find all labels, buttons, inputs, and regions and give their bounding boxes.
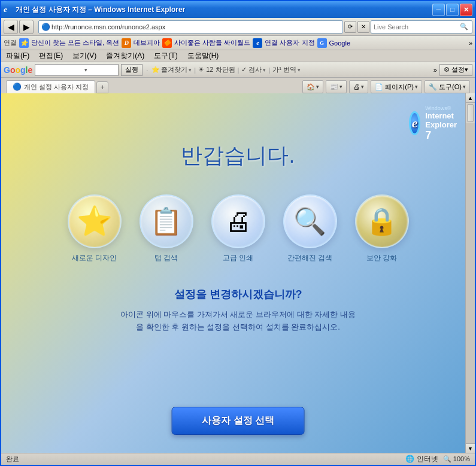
gtb-more[interactable]: » bbox=[433, 66, 437, 74]
webpage: e Windows® Internet Explorer 7 반갑습니다. ⭐ bbox=[1, 93, 475, 453]
menu-edit[interactable]: 편집(E) bbox=[37, 51, 65, 61]
menu-file[interactable]: 파일(F) bbox=[4, 51, 32, 61]
feature-design: ⭐ 새로운 디자인 bbox=[68, 194, 122, 263]
fav-link-google[interactable]: Google bbox=[329, 39, 350, 47]
google-search-input[interactable] bbox=[35, 66, 83, 74]
search-button[interactable]: 🔍 bbox=[459, 22, 469, 32]
setup-button-container: 사용자 설정 선택 bbox=[171, 407, 305, 435]
address-bar[interactable]: 🔵 bbox=[38, 20, 343, 33]
welcome-heading: 반갑습니다. bbox=[181, 141, 295, 170]
tab-personal-settings[interactable]: 🔵 개인 설정 사용자 지정 bbox=[6, 80, 95, 93]
favorites-more[interactable]: » bbox=[469, 39, 472, 47]
gtb-bookmarks-arrow[interactable]: ▾ bbox=[189, 67, 192, 73]
scrollbar: ▲ ▼ bbox=[465, 93, 475, 453]
fav-icon-1: ⭐ bbox=[19, 38, 29, 48]
feature-tab: 📋 탭 검색 bbox=[140, 194, 193, 263]
menu-help[interactable]: 도움말(H) bbox=[185, 51, 222, 61]
fav-link-devpia[interactable]: 데브피아 bbox=[134, 38, 160, 47]
stop-button[interactable]: ✕ bbox=[357, 21, 369, 33]
google-dropdown-arrow[interactable]: ▾ bbox=[83, 67, 89, 73]
ie7-internet-label: Internet bbox=[425, 111, 457, 120]
scroll-thumb[interactable] bbox=[467, 104, 474, 122]
desc-body: 아이콘 위에 마우스를 가져가서 새로운 브라우저에 대한 자세한 내용 을 확… bbox=[120, 309, 356, 334]
gtb-blocked[interactable]: ☀ 12 차단됨 bbox=[198, 65, 235, 74]
address-input[interactable] bbox=[51, 23, 340, 31]
titlebar-left: e 개인 설정 사용자 지정 – Windows Internet Explor… bbox=[4, 5, 185, 15]
fav-icon-3: 🔶 bbox=[162, 38, 172, 48]
fav-link-auction[interactable]: 당신이 찾는 모든 스타일, 옥션 bbox=[31, 38, 119, 47]
description-box: 설정을 변경하시겠습니까? 아이콘 위에 마우스를 가져가서 새로운 브라우저에… bbox=[120, 287, 356, 334]
command-bar: 🏠▾ 📰▾ 🖨▾ 📄 페이지(P)▾ 🔧 도구(O)▾ bbox=[302, 80, 470, 93]
cmd-tools-button[interactable]: 🔧 도구(O)▾ bbox=[425, 80, 470, 93]
search-input[interactable] bbox=[374, 23, 459, 31]
zoom-level: 🔍 100% bbox=[443, 455, 470, 463]
fav-link-cyworld[interactable]: 사이좋은 사람들 싸이월드 bbox=[174, 38, 250, 47]
maximize-button[interactable]: □ bbox=[446, 4, 459, 16]
minimize-button[interactable]: ─ bbox=[432, 4, 445, 16]
back-button[interactable]: ◀ bbox=[4, 20, 18, 34]
ie7-windows-label: Windows® bbox=[425, 105, 457, 111]
scroll-up-button[interactable]: ▲ bbox=[466, 93, 475, 103]
feature-design-label: 새로운 디자인 bbox=[72, 253, 117, 263]
close-button[interactable]: ✕ bbox=[460, 4, 472, 16]
feature-security-circle[interactable]: 🔒 bbox=[355, 194, 409, 248]
feature-security: 🔒 보안 강화 bbox=[355, 194, 409, 263]
feature-tab-label: 탭 검색 bbox=[154, 253, 178, 263]
tab-label: 개인 설정 사용자 지정 bbox=[24, 83, 89, 92]
gtb-bookmarks[interactable]: ⭐ 즐겨찾기 ▾ bbox=[151, 65, 192, 74]
menu-favorites[interactable]: 즐겨찾기(A) bbox=[104, 51, 147, 61]
favorites-bar: 연결 ⭐ 당신이 찾는 모든 스타일, 옥션 D 데브피아 🔶 사이좋은 사람들… bbox=[1, 36, 475, 50]
tab-ie-icon: 🔵 bbox=[13, 83, 22, 91]
search-icon: 🔍 bbox=[293, 206, 326, 237]
feature-tab-circle[interactable]: 📋 bbox=[140, 194, 193, 248]
feature-design-circle[interactable]: ⭐ bbox=[68, 194, 122, 248]
feature-search-circle[interactable]: 🔍 bbox=[283, 194, 337, 248]
address-ie-icon: 🔵 bbox=[41, 23, 50, 31]
titlebar-ie-icon: e bbox=[4, 5, 13, 14]
gtb-sep-1: · bbox=[146, 66, 148, 74]
fav-link-user-connect[interactable]: 연결 사용자 지정 bbox=[265, 38, 314, 47]
print-icon: 🖨 bbox=[225, 206, 251, 236]
setup-button[interactable]: 사용자 설정 선택 bbox=[171, 407, 305, 435]
google-search-box[interactable]: ▾ bbox=[35, 64, 119, 76]
ie7-version-label: 7 bbox=[425, 129, 457, 142]
status-text: 완료 bbox=[6, 455, 401, 464]
feature-print: 🖨 고급 인쇄 bbox=[211, 194, 265, 263]
forward-button[interactable]: ▶ bbox=[19, 20, 34, 34]
cmd-home-button[interactable]: 🏠▾ bbox=[302, 80, 323, 93]
refresh-button[interactable]: ⟳ bbox=[344, 21, 356, 33]
feature-security-label: 보안 강화 bbox=[366, 253, 397, 263]
feature-print-circle[interactable]: 🖨 bbox=[211, 194, 265, 248]
cmd-feeds-button[interactable]: 📰▾ bbox=[326, 80, 347, 93]
gtb-right: » ⚙ 설정▾ bbox=[433, 64, 472, 76]
scroll-track bbox=[466, 123, 475, 443]
desc-title: 설정을 변경하시겠습니까? bbox=[120, 287, 356, 301]
gtb-settings-button[interactable]: ⚙ 설정▾ bbox=[439, 64, 472, 76]
search-box[interactable]: 🔍 bbox=[371, 20, 472, 33]
menu-tools[interactable]: 도구(T) bbox=[151, 51, 180, 61]
titlebar-buttons: ─ □ ✕ bbox=[432, 4, 472, 16]
internet-status: 🌐 인터넷 bbox=[405, 454, 438, 464]
design-icon: ⭐ bbox=[77, 205, 113, 238]
gtb-check-arrow[interactable]: ▾ bbox=[263, 67, 266, 73]
gtb-translate-arrow[interactable]: ▾ bbox=[298, 67, 301, 73]
feature-search: 🔍 간편해진 검색 bbox=[283, 194, 337, 263]
features-row: ⭐ 새로운 디자인 📋 탭 검색 🖨 고급 인쇄 bbox=[68, 194, 409, 263]
new-tab-button[interactable]: + bbox=[96, 81, 108, 93]
tabbar: 🔵 개인 설정 사용자 지정 + 🏠▾ 📰▾ 🖨▾ 📄 페이지(P)▾ 🔧 도구… bbox=[1, 78, 475, 93]
statusbar: 완료 🌐 인터넷 🔍 100% bbox=[1, 453, 475, 465]
google-run-label: 실행 bbox=[125, 65, 138, 74]
feature-print-label: 고급 인쇄 bbox=[223, 253, 253, 263]
google-logo: Google bbox=[4, 65, 32, 75]
navbar: ◀ ▶ 🔵 ⟳ ✕ 🔍 bbox=[1, 18, 475, 36]
cmd-print-button[interactable]: 🖨▾ bbox=[349, 80, 368, 93]
google-run-button[interactable]: 실행 bbox=[121, 64, 143, 76]
cmd-page-button[interactable]: 📄 페이지(P)▾ bbox=[371, 80, 422, 93]
feature-search-label: 간편해진 검색 bbox=[287, 253, 332, 263]
browser-window: e 개인 설정 사용자 지정 – Windows Internet Explor… bbox=[0, 0, 476, 466]
gtb-check[interactable]: ✓ 검사 ▾ bbox=[241, 65, 266, 74]
menu-view[interactable]: 보기(V) bbox=[70, 51, 99, 61]
fav-icon-2: D bbox=[122, 38, 131, 48]
gtb-translate[interactable]: 가¹ 번역 ▾ bbox=[272, 65, 301, 74]
scroll-down-button[interactable]: ▼ bbox=[466, 443, 475, 453]
